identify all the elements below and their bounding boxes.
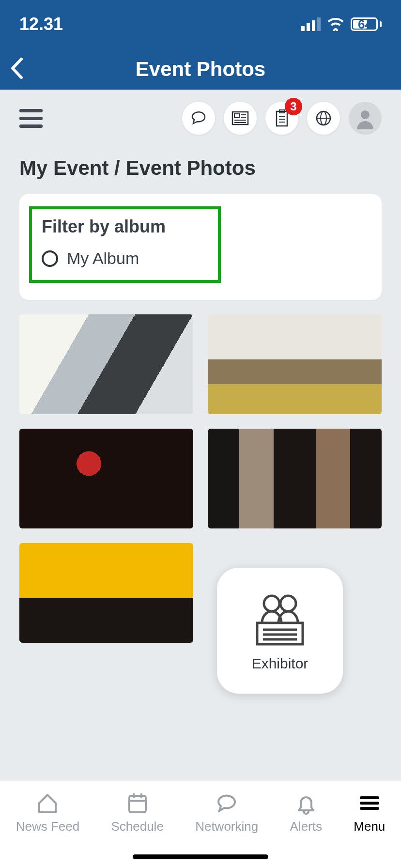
svg-rect-3: [317, 17, 321, 31]
home-indicator[interactable]: [133, 854, 268, 859]
svg-rect-0: [301, 26, 305, 31]
exhibitor-icon: [248, 590, 311, 648]
photo-tile[interactable]: [208, 429, 382, 528]
speech-bubble-icon: [190, 109, 207, 127]
radio-icon: [42, 250, 58, 267]
back-button[interactable]: [10, 57, 23, 81]
filter-option-my-album[interactable]: My Album: [42, 249, 208, 268]
nav-newsfeed[interactable]: News Feed: [16, 791, 80, 834]
newspaper-icon: [231, 111, 249, 125]
news-button[interactable]: [224, 102, 257, 135]
page-title: Event Photos: [136, 58, 265, 81]
bell-icon: [294, 791, 318, 815]
breadcrumb-current: Event Photos: [125, 156, 255, 179]
status-right: 64: [301, 17, 382, 31]
nav-networking[interactable]: Networking: [195, 791, 258, 834]
highlight-box: Filter by album My Album: [29, 206, 221, 283]
calendar-icon: [125, 791, 150, 815]
exhibitor-label: Exhibitor: [252, 655, 308, 672]
photo-tile[interactable]: [19, 314, 193, 414]
home-icon: [35, 791, 60, 815]
svg-point-19: [264, 596, 279, 611]
header: Event Photos: [0, 48, 401, 90]
svg-rect-1: [307, 23, 310, 31]
status-time: 12.31: [19, 14, 63, 34]
messages-button[interactable]: [182, 102, 215, 135]
filter-title: Filter by album: [42, 217, 208, 237]
exhibitor-button[interactable]: Exhibitor: [217, 568, 343, 694]
chat-icon: [215, 791, 239, 815]
status-bar: 12.31 64: [0, 0, 401, 48]
svg-point-18: [361, 110, 370, 119]
tasks-button[interactable]: 3: [265, 102, 298, 135]
profile-avatar[interactable]: [349, 102, 382, 135]
photo-tile[interactable]: [19, 543, 193, 643]
svg-rect-2: [312, 20, 315, 31]
filter-option-label: My Album: [67, 249, 139, 268]
globe-icon: [315, 110, 332, 126]
toolbar: 3: [0, 90, 401, 147]
nav-schedule[interactable]: Schedule: [111, 791, 163, 834]
photo-tile[interactable]: [19, 429, 193, 528]
wifi-icon: [326, 17, 345, 31]
notification-badge: 3: [285, 98, 302, 115]
svg-rect-5: [234, 114, 239, 118]
svg-point-20: [280, 596, 296, 611]
breadcrumb: My Event / Event Photos: [0, 147, 401, 194]
nav-menu[interactable]: Menu: [354, 791, 385, 834]
svg-rect-25: [129, 796, 146, 812]
photo-tile[interactable]: [208, 314, 382, 414]
battery-icon: 64: [351, 17, 382, 31]
breadcrumb-root[interactable]: My Event: [19, 156, 108, 179]
bottom-nav: News Feed Schedule Networking Alerts Men…: [0, 781, 401, 868]
globe-button[interactable]: [307, 102, 340, 135]
hamburger-menu-button[interactable]: [19, 109, 43, 128]
person-icon: [353, 106, 377, 130]
nav-alerts[interactable]: Alerts: [290, 791, 322, 834]
cellular-icon: [301, 17, 321, 31]
filter-card: Filter by album My Album: [19, 194, 382, 300]
menu-icon: [357, 791, 382, 815]
